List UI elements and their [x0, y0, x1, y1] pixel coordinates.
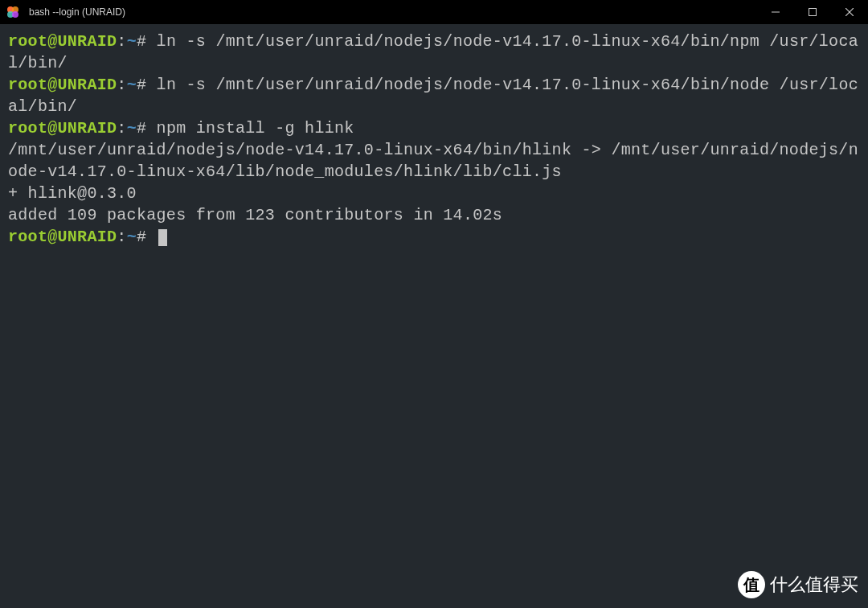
- prompt-symbol: #: [137, 119, 146, 138]
- output-text: /mnt/user/unraid/nodejs/node-v14.17.0-li…: [8, 141, 858, 181]
- close-icon: [845, 8, 854, 16]
- window-controls: [764, 1, 862, 23]
- terminal-line: root@UNRAID:~# ln -s /mnt/user/unraid/no…: [8, 74, 860, 117]
- prompt-path: ~: [127, 228, 137, 246]
- prompt-symbol: #: [137, 76, 146, 94]
- maximize-button[interactable]: [800, 1, 825, 23]
- app-icon: [6, 6, 19, 18]
- prompt-colon: :: [117, 119, 126, 138]
- terminal-line: + hlink@0.3.0: [8, 183, 860, 204]
- svg-point-3: [12, 11, 18, 18]
- minimize-icon: [772, 8, 780, 16]
- cursor: [158, 229, 167, 246]
- svg-rect-5: [809, 9, 817, 16]
- watermark-badge: 值: [738, 571, 765, 598]
- prompt-path: ~: [127, 32, 137, 51]
- prompt-user: root@UNRAID: [8, 76, 117, 94]
- terminal-line: root@UNRAID:~# npm install -g hlink: [8, 117, 860, 139]
- prompt-user: root@UNRAID: [8, 32, 117, 51]
- terminal-area[interactable]: root@UNRAID:~# ln -s /mnt/user/unraid/no…: [0, 24, 868, 608]
- minimize-button[interactable]: [764, 1, 788, 23]
- prompt-symbol: #: [137, 32, 146, 51]
- terminal-line: root@UNRAID:~#: [8, 226, 860, 248]
- prompt-user: root@UNRAID: [8, 119, 117, 138]
- window-title: bash --login (UNRAID): [29, 6, 764, 18]
- prompt-colon: :: [117, 32, 126, 51]
- watermark-text: 什么值得买: [770, 573, 858, 597]
- prompt-colon: :: [117, 76, 126, 94]
- command-text: npm install -g hlink: [157, 119, 354, 138]
- prompt-colon: :: [117, 228, 126, 246]
- terminal-line: added 109 packages from 123 contributors…: [8, 204, 860, 226]
- close-button[interactable]: [837, 1, 862, 23]
- svg-rect-4: [772, 12, 780, 13]
- output-text: added 109 packages from 123 contributors…: [8, 206, 502, 224]
- prompt-path: ~: [127, 119, 137, 138]
- prompt-symbol: #: [137, 228, 146, 246]
- output-text: + hlink@0.3.0: [8, 184, 137, 203]
- prompt-path: ~: [127, 76, 137, 94]
- watermark: 值 什么值得买: [738, 571, 858, 598]
- terminal-line: root@UNRAID:~# ln -s /mnt/user/unraid/no…: [8, 31, 860, 74]
- terminal-line: /mnt/user/unraid/nodejs/node-v14.17.0-li…: [8, 139, 860, 183]
- prompt-user: root@UNRAID: [8, 228, 117, 246]
- maximize-icon: [809, 8, 817, 16]
- window-title-bar: bash --login (UNRAID): [0, 0, 868, 24]
